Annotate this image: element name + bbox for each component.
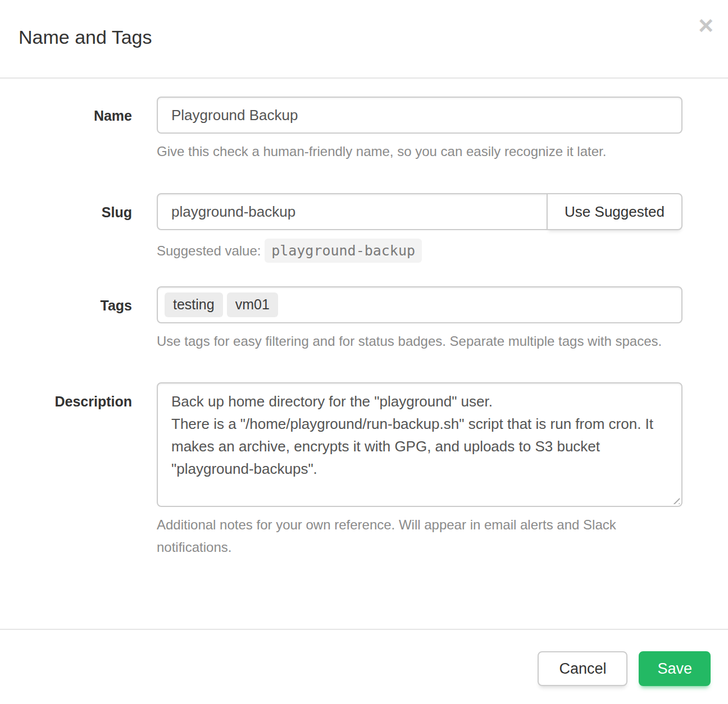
name-form-group: Name Give this check a human-friendly na… [19, 97, 683, 163]
slug-input-group: Use Suggested [157, 193, 683, 230]
modal-header: Name and Tags × [0, 0, 728, 79]
cancel-button[interactable]: Cancel [538, 651, 627, 686]
save-button[interactable]: Save [639, 651, 711, 686]
description-help-text: Additional notes for your own reference.… [157, 514, 683, 559]
description-field-column: Back up home directory for the "playgrou… [157, 382, 683, 559]
slug-form-group: Slug Use Suggested Suggested value: play… [19, 193, 683, 264]
name-input[interactable] [157, 97, 683, 134]
modal-body: Name Give this check a human-friendly na… [0, 79, 728, 629]
tags-label: Tags [19, 286, 132, 353]
tag-chip: vm01 [227, 292, 278, 317]
suggested-value-prefix: Suggested value: [157, 243, 261, 258]
slug-field-column: Use Suggested Suggested value: playgroun… [157, 193, 683, 264]
description-textarea[interactable]: Back up home directory for the "playgrou… [157, 382, 683, 507]
suggested-value-code: playground-backup [265, 239, 422, 263]
modal-footer: Cancel Save [0, 629, 728, 704]
description-textarea-wrap: Back up home directory for the "playgrou… [157, 382, 683, 507]
slug-label: Slug [19, 193, 132, 264]
description-form-group: Description Back up home directory for t… [19, 382, 683, 559]
suggested-value-line: Suggested value: playground-backup [157, 238, 683, 264]
name-label: Name [19, 97, 132, 163]
tag-chip: testing [165, 292, 223, 317]
name-field-column: Give this check a human-friendly name, s… [157, 97, 683, 163]
tags-input[interactable]: testingvm01 [157, 286, 683, 323]
tags-field-column: testingvm01 Use tags for easy filtering … [157, 286, 683, 353]
slug-input[interactable] [157, 193, 548, 230]
tags-help-text: Use tags for easy filtering and for stat… [157, 330, 683, 353]
description-label: Description [19, 382, 132, 559]
name-help-text: Give this check a human-friendly name, s… [157, 140, 683, 163]
name-and-tags-modal: Name and Tags × Name Give this check a h… [0, 0, 728, 704]
modal-title: Name and Tags [19, 27, 709, 48]
use-suggested-button[interactable]: Use Suggested [547, 193, 683, 230]
close-icon[interactable]: × [698, 12, 713, 38]
tags-form-group: Tags testingvm01 Use tags for easy filte… [19, 286, 683, 353]
